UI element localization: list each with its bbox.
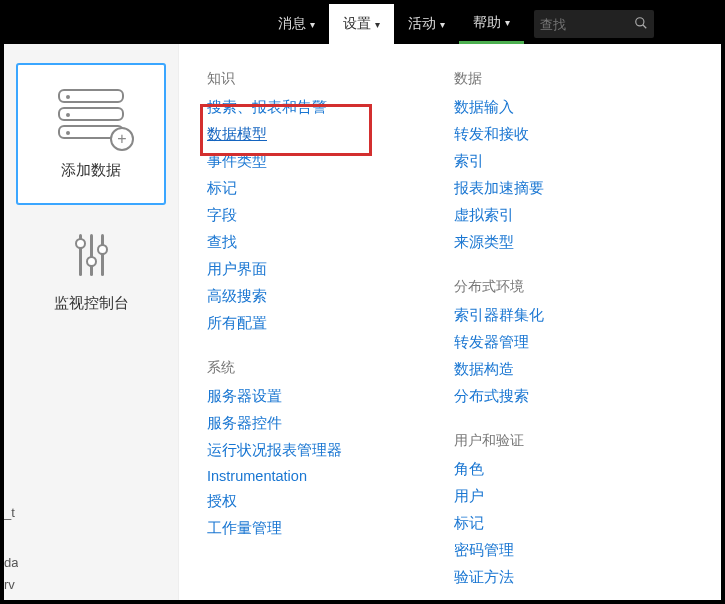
nav-settings[interactable]: 设置 ▾ (329, 4, 394, 44)
link-users[interactable]: 用户 (454, 487, 701, 506)
link-authentication-methods[interactable]: 验证方法 (454, 568, 701, 587)
link-indexes[interactable]: 索引 (454, 152, 701, 171)
nav-settings-label: 设置 (343, 15, 371, 33)
link-licensing[interactable]: 授权 (207, 492, 454, 511)
section-head-distributed: 分布式环境 (454, 278, 701, 296)
link-source-types[interactable]: 来源类型 (454, 233, 701, 252)
settings-col-left: 知识 搜索、报表和告警 数据模型 事件类型 标记 字段 查找 用户界面 高级搜索… (207, 66, 454, 590)
link-server-settings[interactable]: 服务器设置 (207, 387, 454, 406)
link-advanced-search[interactable]: 高级搜索 (207, 287, 454, 306)
chevron-down-icon: ▾ (505, 17, 510, 28)
top-nav-bar: 消息 ▾ 设置 ▾ 活动 ▾ 帮助 ▾ (4, 4, 721, 44)
background-text-fragment: da (4, 552, 18, 574)
chevron-down-icon: ▾ (375, 19, 380, 30)
settings-dropdown-panel: + 添加数据 监视控制台 知识 搜索、报表和告警 数据模型 事件类型 标记 字段… (4, 44, 721, 600)
background-text-fragment: rv (4, 574, 18, 596)
link-lookups[interactable]: 查找 (207, 233, 454, 252)
section-head-knowledge: 知识 (207, 70, 454, 88)
section-head-system: 系统 (207, 359, 454, 377)
search-box[interactable] (534, 10, 654, 38)
link-server-controls[interactable]: 服务器控件 (207, 414, 454, 433)
sidebar-card-monitoring[interactable]: 监视控制台 (17, 234, 165, 313)
link-data-inputs[interactable]: 数据输入 (454, 98, 701, 117)
search-icon[interactable] (634, 16, 648, 33)
link-user-interface[interactable]: 用户界面 (207, 260, 454, 279)
settings-col-right: 数据 数据输入 转发和接收 索引 报表加速摘要 虚拟索引 来源类型 分布式环境 … (454, 66, 701, 590)
link-all-configurations[interactable]: 所有配置 (207, 314, 454, 333)
svg-point-0 (636, 17, 644, 25)
link-search-reports-alerts[interactable]: 搜索、报表和告警 (207, 98, 454, 117)
link-health-report-manager[interactable]: 运行状况报表管理器 (207, 441, 454, 460)
link-event-types[interactable]: 事件类型 (207, 152, 454, 171)
nav-help[interactable]: 帮助 ▾ (459, 4, 524, 44)
link-tags[interactable]: 标记 (207, 179, 454, 198)
section-head-data: 数据 (454, 70, 701, 88)
link-tokens[interactable]: 标记 (454, 514, 701, 533)
database-add-icon: + (58, 89, 124, 143)
nav-help-label: 帮助 (473, 14, 501, 32)
link-data-fabric[interactable]: 数据构造 (454, 360, 701, 379)
settings-content: 知识 搜索、报表和告警 数据模型 事件类型 标记 字段 查找 用户界面 高级搜索… (179, 44, 721, 600)
link-forwarding-receiving[interactable]: 转发和接收 (454, 125, 701, 144)
link-data-models[interactable]: 数据模型 (207, 125, 454, 144)
link-distributed-search[interactable]: 分布式搜索 (454, 387, 701, 406)
link-virtual-indexes[interactable]: 虚拟索引 (454, 206, 701, 225)
link-forwarder-management[interactable]: 转发器管理 (454, 333, 701, 352)
section-head-users-auth: 用户和验证 (454, 432, 701, 450)
link-fields[interactable]: 字段 (207, 206, 454, 225)
link-roles[interactable]: 角色 (454, 460, 701, 479)
link-workload-management[interactable]: 工作量管理 (207, 519, 454, 538)
sidebar-add-data-label: 添加数据 (61, 161, 121, 180)
chevron-down-icon: ▾ (440, 19, 445, 30)
nav-messages[interactable]: 消息 ▾ (264, 4, 329, 44)
nav-messages-label: 消息 (278, 15, 306, 33)
link-instrumentation[interactable]: Instrumentation (207, 468, 454, 484)
search-input[interactable] (540, 17, 610, 32)
background-text-fragment: _t (4, 502, 18, 524)
link-indexer-clustering[interactable]: 索引器群集化 (454, 306, 701, 325)
sliders-icon (79, 234, 104, 276)
link-password-management[interactable]: 密码管理 (454, 541, 701, 560)
sidebar-card-add-data[interactable]: + 添加数据 (17, 64, 165, 204)
svg-line-1 (643, 24, 647, 28)
sidebar: + 添加数据 监视控制台 (4, 44, 179, 600)
nav-activity-label: 活动 (408, 15, 436, 33)
chevron-down-icon: ▾ (310, 19, 315, 30)
link-report-acceleration-summaries[interactable]: 报表加速摘要 (454, 179, 701, 198)
nav-activity[interactable]: 活动 ▾ (394, 4, 459, 44)
sidebar-monitoring-label: 监视控制台 (54, 294, 129, 313)
